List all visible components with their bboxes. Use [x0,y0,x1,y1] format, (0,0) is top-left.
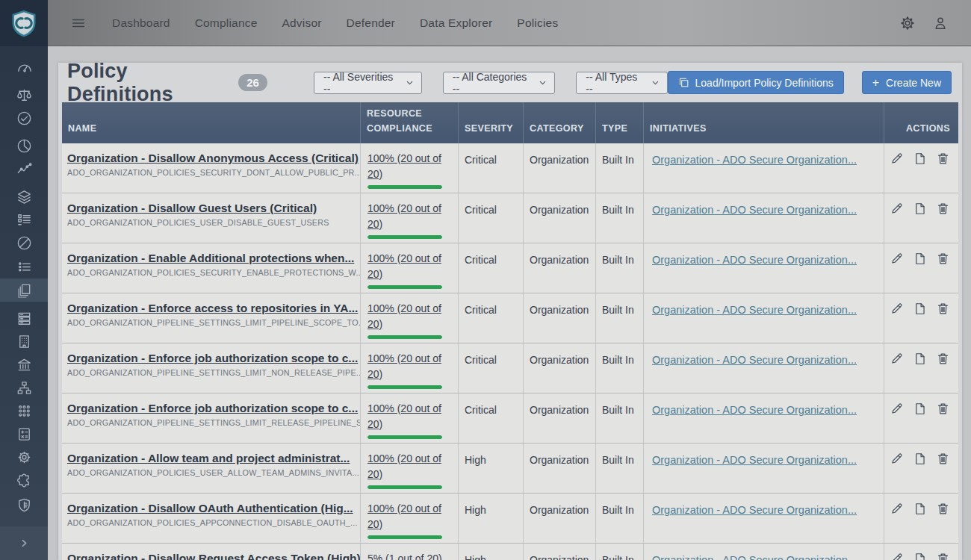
nav-defender[interactable]: Defender [347,16,395,30]
policy-name-link[interactable]: Organization - Disallow Request Access T… [67,552,351,560]
policy-name-link[interactable]: Organization - Enforce job authorization… [67,402,351,415]
duplicate-document-icon[interactable] [913,552,927,560]
initiatives-cell: Organization - ADO Secure Organization..… [643,494,884,543]
sidebar-calculator-icon[interactable] [0,423,48,445]
col-header-category[interactable]: CATEGORY [523,102,595,143]
delete-trash-icon[interactable] [936,352,950,366]
delete-trash-icon[interactable] [936,402,950,416]
col-header-type[interactable]: TYPE [595,102,643,143]
col-header-initiatives[interactable]: INITIATIVES [643,102,884,143]
sidebar-check-circle-icon[interactable] [0,108,48,129]
initiative-link[interactable]: Organization - ADO Secure Organization..… [652,304,857,316]
policy-name-link[interactable]: Organization - Enable Additional protect… [67,252,351,265]
nav-dashboard[interactable]: Dashboard [112,16,170,30]
nav-policies[interactable]: Policies [517,16,558,30]
initiative-link[interactable]: Organization - ADO Secure Organization..… [652,204,857,216]
compliance-link[interactable]: 100% (20 out of 20) [367,251,448,282]
delete-trash-icon[interactable] [936,452,950,466]
edit-pencil-icon[interactable] [890,352,904,366]
severity-cell: Critical [458,143,523,193]
settings-gear-icon[interactable] [899,15,916,31]
sidebar-blocked-circle-icon[interactable] [0,232,48,254]
sidebar-servers-icon[interactable] [0,308,48,329]
initiative-link[interactable]: Organization - ADO Secure Organization..… [652,404,857,416]
edit-pencil-icon[interactable] [890,202,904,216]
compliance-link[interactable]: 100% (20 out of 20) [367,401,448,432]
compliance-link[interactable]: 100% (20 out of 20) [367,301,448,332]
col-header-compliance[interactable]: RESOURCE COMPLIANCE [360,102,458,143]
duplicate-document-icon[interactable] [913,252,927,266]
sidebar-item-list-icon[interactable] [0,255,48,277]
delete-trash-icon[interactable] [936,152,950,166]
delete-trash-icon[interactable] [936,302,950,316]
duplicate-document-icon[interactable] [913,352,927,366]
sidebar-dashboard-gauge-icon[interactable] [0,57,48,78]
category-filter-dropdown[interactable]: -- All Categories -- [443,72,556,94]
compliance-link[interactable]: 100% (20 out of 20) [367,501,448,532]
edit-pencil-icon[interactable] [890,502,904,516]
app-logo[interactable] [0,0,48,46]
delete-trash-icon[interactable] [936,552,950,560]
initiative-link[interactable]: Organization - ADO Secure Organization..… [652,354,857,366]
delete-trash-icon[interactable] [936,252,950,266]
create-new-button[interactable]: + Create New [862,71,952,94]
edit-pencil-icon[interactable] [890,552,904,560]
load-import-button[interactable]: Load/Import Policy Definitions [668,71,844,94]
sidebar-grid-dots-icon[interactable] [0,400,48,422]
nav-data-explorer[interactable]: Data Explorer [420,16,492,30]
sidebar-puzzle-piece-icon[interactable] [0,470,48,491]
type-cell: Built In [595,143,643,193]
edit-pencil-icon[interactable] [890,452,904,466]
sidebar-sitemap-icon[interactable] [0,377,48,399]
sidebar-pie-chart-icon[interactable] [0,135,48,157]
initiative-link[interactable]: Organization - ADO Secure Organization..… [652,554,857,560]
nav-advisor[interactable]: Advisor [282,16,322,30]
policy-code: ADO_ORGANIZATION_POLICIES_APPCONNECTION_… [67,518,351,527]
delete-trash-icon[interactable] [936,502,950,516]
col-header-severity[interactable]: SEVERITY [458,102,523,143]
policy-name-link[interactable]: Organization - Disallow OAuth Authentica… [67,502,351,515]
duplicate-document-icon[interactable] [913,452,927,466]
duplicate-document-icon[interactable] [913,402,927,416]
policy-name-link[interactable]: Organization - Enforce access to reposit… [67,302,351,315]
user-profile-icon[interactable] [932,15,949,31]
nav-compliance[interactable]: Compliance [195,16,258,30]
edit-pencil-icon[interactable] [890,252,904,266]
sidebar-shield-icon[interactable] [0,494,48,516]
duplicate-document-icon[interactable] [913,152,927,166]
edit-pencil-icon[interactable] [890,402,904,416]
edit-pencil-icon[interactable] [890,152,904,166]
initiative-link[interactable]: Organization - ADO Secure Organization..… [652,254,857,266]
sidebar-policy-definitions-pages-icon[interactable] [0,279,48,302]
sidebar-compliance-scales-icon[interactable] [0,84,48,106]
policy-name-link[interactable]: Organization - Disallow Guest Users (Cri… [67,202,351,215]
col-header-name[interactable]: NAME [62,102,360,143]
severity-filter-dropdown[interactable]: -- All Severities -- [314,72,422,94]
initiative-link[interactable]: Organization - ADO Secure Organization..… [652,454,857,466]
compliance-link[interactable]: 100% (20 out of 20) [367,351,448,382]
compliance-link[interactable]: 100% (20 out of 20) [367,151,448,182]
policy-name-link[interactable]: Organization - Enforce job authorization… [67,352,351,365]
sidebar-building-icon[interactable] [0,331,48,352]
actions-cell [884,544,958,560]
hamburger-menu-icon[interactable] [70,15,87,31]
sidebar-checklist-icon[interactable] [0,209,48,231]
duplicate-document-icon[interactable] [913,202,927,216]
sidebar-layers-icon[interactable] [0,186,48,208]
policy-name-link[interactable]: Organization - Disallow Anonymous Access… [67,152,351,165]
compliance-link[interactable]: 100% (20 out of 20) [367,451,448,482]
compliance-link[interactable]: 100% (20 out of 20) [367,201,448,232]
delete-trash-icon[interactable] [936,202,950,216]
sidebar-activity-graph-icon[interactable] [0,158,48,180]
duplicate-document-icon[interactable] [913,302,927,316]
duplicate-document-icon[interactable] [913,502,927,516]
compliance-link[interactable]: 5% (1 out of 20) [367,551,448,560]
sidebar-bank-icon[interactable] [0,354,48,376]
type-filter-dropdown[interactable]: -- All Types -- [576,72,667,94]
sidebar-expand-chevron-icon[interactable] [0,526,48,560]
sidebar-gear-icon[interactable] [0,447,48,468]
policy-name-link[interactable]: Organization - Allow team and project ad… [67,452,351,465]
initiative-link[interactable]: Organization - ADO Secure Organization..… [652,154,857,166]
edit-pencil-icon[interactable] [890,302,904,316]
initiative-link[interactable]: Organization - ADO Secure Organization..… [652,504,857,516]
